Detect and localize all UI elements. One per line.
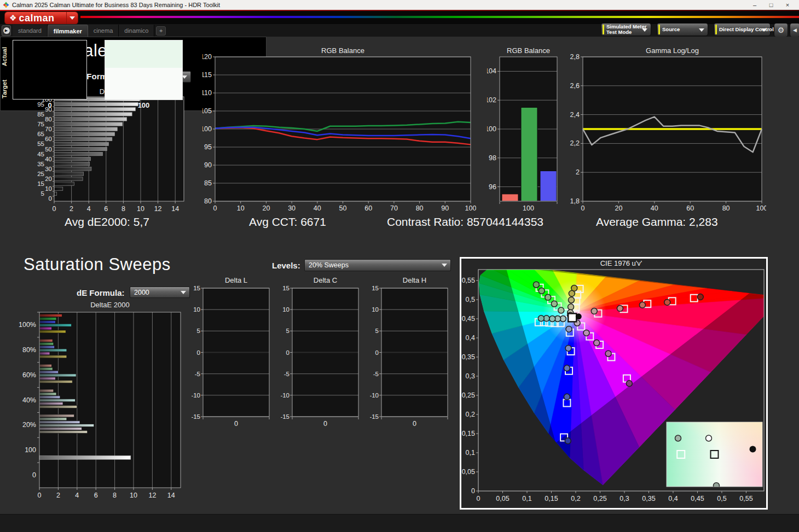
svg-text:40: 40 — [45, 156, 52, 162]
swatch-0-actual — [13, 40, 86, 67]
chevron-down-icon — [181, 291, 186, 294]
target-row-label: Target — [1, 74, 10, 104]
tab-cinema[interactable]: cinema — [88, 25, 119, 37]
svg-text:90: 90 — [441, 204, 449, 211]
svg-text:20: 20 — [45, 176, 52, 182]
svg-text:80: 80 — [45, 116, 52, 122]
svg-text:2,2: 2,2 — [570, 139, 580, 147]
svg-text:60: 60 — [686, 204, 694, 211]
svg-text:-15: -15 — [192, 413, 200, 420]
svg-text:55: 55 — [37, 141, 44, 147]
svg-text:5: 5 — [375, 328, 379, 334]
minimize-icon[interactable]: – — [746, 2, 763, 8]
svg-text:60%: 60% — [22, 371, 36, 379]
svg-text:96: 96 — [489, 183, 496, 191]
svg-text:100: 100 — [25, 446, 36, 454]
svg-text:2,6: 2,6 — [570, 82, 580, 90]
app-icon — [3, 2, 9, 8]
svg-text:-10: -10 — [370, 392, 379, 399]
svg-text:95: 95 — [204, 143, 212, 151]
svg-text:25: 25 — [37, 171, 44, 177]
svg-text:100: 100 — [756, 204, 766, 211]
chevron-down-icon — [70, 16, 75, 20]
de-formula-label-2: dE Formula: — [77, 288, 125, 297]
saturation-heading: Saturation Sweeps — [24, 255, 171, 274]
svg-text:0,25: 0,25 — [462, 391, 475, 399]
svg-text:90: 90 — [204, 161, 212, 169]
svg-text:0,25: 0,25 — [593, 495, 606, 502]
levels-select[interactable]: 20% Sweeps — [304, 259, 451, 271]
svg-text:15: 15 — [37, 180, 44, 187]
tab-filmmaker[interactable]: filmmaker — [48, 25, 88, 37]
svg-text:98: 98 — [489, 154, 496, 162]
svg-text:40%: 40% — [22, 396, 36, 404]
svg-text:8: 8 — [113, 492, 117, 499]
calman-logo-text: calman — [19, 13, 54, 24]
bottom-bar — [0, 514, 799, 532]
svg-text:10: 10 — [130, 492, 137, 499]
calman-logo-button[interactable]: ❖ calman — [4, 11, 78, 25]
settings-button[interactable]: ⚙ — [774, 23, 788, 37]
chevron-left-icon: ◀ — [793, 27, 797, 33]
cie-1976-panel: CIE 1976 u'v'000,050,050,10,10,150,150,2… — [460, 257, 768, 510]
restore-icon[interactable]: □ — [763, 2, 779, 8]
delta-h-chart: Delta H151050-5-10-150 — [370, 276, 450, 428]
svg-text:2: 2 — [70, 205, 73, 213]
svg-text:0,2: 0,2 — [466, 411, 475, 418]
svg-text:0,55: 0,55 — [739, 495, 752, 502]
svg-text:105: 105 — [202, 107, 212, 115]
svg-text:Delta C: Delta C — [314, 276, 337, 284]
tab-dinamico[interactable]: dinamico — [119, 25, 154, 37]
direct-display-control-button[interactable]: Direct Display Control — [714, 23, 771, 36]
svg-text:14: 14 — [171, 205, 179, 213]
svg-text:80%: 80% — [22, 346, 36, 354]
svg-text:14: 14 — [167, 492, 175, 499]
svg-text:0: 0 — [477, 495, 480, 502]
svg-text:0: 0 — [32, 471, 36, 479]
chevron-down-icon — [642, 28, 647, 32]
svg-text:0: 0 — [213, 204, 217, 211]
rgb-balance-bar-chart: RGB Balance9698100102104100 — [487, 46, 564, 211]
levels-label: Levels: — [272, 261, 300, 270]
svg-text:-10: -10 — [281, 392, 290, 399]
svg-text:0: 0 — [375, 349, 379, 356]
de-formula-select-2[interactable]: 2000 — [130, 287, 190, 298]
layout-tabs: standard filmmaker cinema dinamico + — [13, 25, 166, 37]
delta-c-chart: Delta C151050-5-10-150 — [281, 276, 361, 428]
svg-text:0,3: 0,3 — [619, 495, 629, 502]
svg-text:10: 10 — [237, 204, 245, 211]
svg-text:0: 0 — [581, 204, 585, 211]
calman-app-window: Calman 2025 Calman Ultimate for Business… — [0, 0, 799, 532]
swatch-0 — [13, 40, 87, 100]
svg-text:50: 50 — [339, 204, 347, 211]
close-icon[interactable]: × — [779, 2, 796, 8]
tab-standard[interactable]: standard — [13, 25, 48, 37]
cie-chromaticity-chart: CIE 1976 u'v'000,050,050,10,10,150,150,2… — [461, 259, 766, 508]
svg-text:30: 30 — [45, 166, 52, 172]
gear-icon: ⚙ — [778, 26, 785, 34]
svg-text:0,4: 0,4 — [466, 334, 475, 342]
svg-text:100: 100 — [523, 204, 534, 211]
svg-text:10: 10 — [282, 306, 290, 313]
svg-text:102: 102 — [487, 96, 496, 104]
svg-text:0,05: 0,05 — [462, 468, 475, 476]
actual-row-label: Actual — [1, 42, 10, 71]
svg-text:4: 4 — [75, 492, 79, 499]
chevron-down-icon — [442, 264, 447, 267]
svg-text:80: 80 — [416, 204, 424, 211]
svg-text:80: 80 — [204, 197, 212, 205]
add-tab-button[interactable]: + — [156, 26, 166, 36]
workspace: Grayscale - Multi dE Formula: 2000 Delta… — [0, 37, 799, 532]
svg-text:10: 10 — [45, 185, 52, 192]
svg-text:15: 15 — [372, 285, 379, 291]
simulated-meter-button[interactable]: Simulated Meter Test Mode — [601, 23, 651, 36]
chevron-down-icon — [761, 28, 767, 32]
svg-text:0,55: 0,55 — [462, 277, 475, 284]
collapse-panel-button[interactable]: ◀ — [790, 23, 799, 37]
svg-text:40: 40 — [314, 204, 321, 211]
source-button[interactable]: Source — [657, 23, 708, 36]
chevron-down-icon — [699, 28, 704, 32]
svg-text:65: 65 — [37, 131, 44, 137]
logo-menu-button[interactable] — [66, 12, 78, 24]
play-button[interactable]: ▶ — [2, 25, 11, 36]
